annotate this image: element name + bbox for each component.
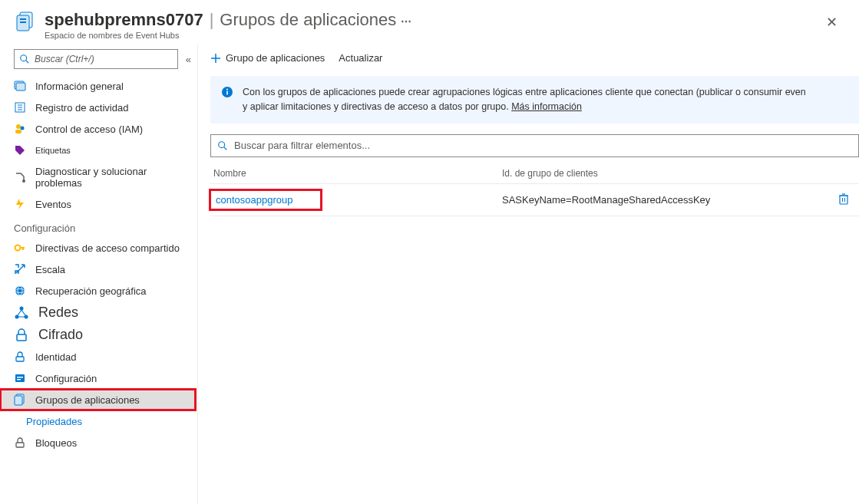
eventhub-namespace-icon xyxy=(15,11,37,32)
column-name[interactable]: Nombre xyxy=(210,168,502,179)
sidebar-item-properties[interactable]: Propiedades xyxy=(0,410,196,432)
sidebar-item-encryption[interactable]: Cifrado xyxy=(0,324,196,346)
title-more-icon[interactable]: ⋯ xyxy=(401,16,412,28)
svg-point-37 xyxy=(226,89,228,91)
tags-icon xyxy=(14,144,26,156)
sidebar-item-label: Propiedades xyxy=(26,416,82,427)
sidebar-item-label: Control de acceso (IAM) xyxy=(35,124,143,135)
add-app-group-button[interactable]: Grupo de aplicaciones xyxy=(210,52,325,64)
sidebar-item-label: Redes xyxy=(38,305,78,321)
svg-marker-16 xyxy=(16,199,24,209)
identity-icon xyxy=(14,351,26,363)
app-groups-table: Nombre Id. de grupo de clientes contosoa… xyxy=(210,163,859,216)
svg-rect-27 xyxy=(15,374,25,382)
sidebar-item-tags[interactable]: Etiquetas xyxy=(0,140,196,161)
sidebar-item-label: Identidad xyxy=(35,351,77,363)
sidebar-item-label: Registro de actividad xyxy=(35,102,128,114)
svg-rect-7 xyxy=(16,83,25,91)
info-text-line1: Con los grupos de aplicaciones puede cre… xyxy=(243,87,806,97)
sidebar-item-locks[interactable]: Bloqueos xyxy=(0,432,196,453)
toolbar-add-label: Grupo de aplicaciones xyxy=(226,52,325,64)
sidebar-item-label: Grupos de aplicaciones xyxy=(35,394,140,406)
resource-title: spehubpremns0707 xyxy=(45,11,203,29)
collapse-sidebar-icon[interactable]: « xyxy=(186,54,191,65)
svg-rect-32 xyxy=(16,443,24,447)
sidebar-item-label: Recuperación geográfica xyxy=(35,285,147,297)
sidebar-search-input[interactable]: Buscar (Ctrl+/) xyxy=(14,49,178,69)
config-icon xyxy=(14,372,26,384)
app-groups-icon xyxy=(14,394,26,406)
svg-point-12 xyxy=(16,124,21,129)
svg-point-38 xyxy=(219,141,225,147)
network-icon xyxy=(14,305,29,321)
svg-line-5 xyxy=(26,61,29,64)
sidebar-item-shared-access[interactable]: Directivas de acceso compartido xyxy=(0,237,196,259)
svg-rect-36 xyxy=(226,91,228,95)
svg-rect-29 xyxy=(17,379,21,380)
lock-small-icon xyxy=(14,436,26,449)
sidebar-item-networks[interactable]: Redes xyxy=(0,301,196,324)
overview-icon xyxy=(14,80,26,92)
filter-placeholder: Buscar para filtrar elementos... xyxy=(234,140,370,151)
client-group-id: SASKeyName=RootManageSharedAccessKey xyxy=(502,194,828,206)
refresh-button[interactable]: Actualizar xyxy=(339,52,382,64)
delete-row-button[interactable] xyxy=(838,196,849,207)
sidebar-item-label: Directivas de acceso compartido xyxy=(35,242,180,254)
access-control-icon xyxy=(14,123,26,135)
sidebar-item-label: Escala xyxy=(35,264,65,275)
globe-icon xyxy=(14,285,26,297)
search-icon xyxy=(217,140,228,151)
sidebar-item-label: Configuración xyxy=(35,373,97,384)
scale-icon xyxy=(14,263,26,275)
filter-input[interactable]: Buscar para filtrar elementos... xyxy=(210,134,859,157)
svg-point-23 xyxy=(15,315,19,318)
svg-point-15 xyxy=(22,180,25,183)
sidebar-item-access-control[interactable]: Control de acceso (IAM) xyxy=(0,118,196,140)
page-header: spehubpremns0707 | Grupos de aplicacione… xyxy=(0,0,859,44)
svg-rect-14 xyxy=(15,130,21,133)
sidebar-item-label: Cifrado xyxy=(38,327,83,343)
sidebar-nav: Información general Registro de activida… xyxy=(0,75,197,504)
svg-rect-31 xyxy=(15,396,22,405)
sidebar-item-overview[interactable]: Información general xyxy=(0,75,196,97)
toolbar: Grupo de aplicaciones Actualizar xyxy=(198,44,859,71)
svg-rect-40 xyxy=(840,196,847,204)
diagnose-icon xyxy=(14,171,26,183)
sidebar-item-scale[interactable]: Escala xyxy=(0,259,196,280)
column-client-id[interactable]: Id. de grupo de clientes xyxy=(502,168,828,179)
table-header: Nombre Id. de grupo de clientes xyxy=(210,163,859,184)
info-more-link[interactable]: Más información xyxy=(511,101,582,112)
sidebar: Buscar (Ctrl+/) « Información general Re… xyxy=(0,44,198,504)
blade-title: Grupos de aplicaciones xyxy=(220,11,396,29)
svg-point-4 xyxy=(21,55,27,61)
events-icon xyxy=(14,198,26,210)
sidebar-item-label: Bloqueos xyxy=(35,437,77,449)
info-text-line2: y aplicar limitaciones y directivas de a… xyxy=(243,101,511,112)
sidebar-item-label: Diagnosticar y solucionar problemas xyxy=(35,166,188,189)
sidebar-item-configuration[interactable]: Configuración xyxy=(0,367,196,389)
sidebar-item-geo-recovery[interactable]: Recuperación geográfica xyxy=(0,280,196,301)
sidebar-section-configuration: Configuración xyxy=(0,215,196,237)
info-banner: Con los grupos de aplicaciones puede cre… xyxy=(210,76,859,124)
svg-rect-2 xyxy=(20,18,26,20)
svg-point-20 xyxy=(15,286,25,295)
svg-line-39 xyxy=(224,147,227,150)
close-button[interactable]: ✕ xyxy=(823,11,841,34)
svg-point-22 xyxy=(20,306,24,310)
sidebar-item-diagnose[interactable]: Diagnosticar y solucionar problemas xyxy=(0,161,196,193)
svg-point-17 xyxy=(15,245,21,251)
sidebar-item-label: Eventos xyxy=(35,199,71,210)
svg-rect-3 xyxy=(20,21,26,23)
sidebar-item-label: Información general xyxy=(35,81,124,92)
info-icon xyxy=(221,86,233,98)
sidebar-item-activity-log[interactable]: Registro de actividad xyxy=(0,97,196,118)
sidebar-item-events[interactable]: Eventos xyxy=(0,193,196,215)
sidebar-item-identity[interactable]: Identidad xyxy=(0,346,196,367)
sidebar-item-app-groups[interactable]: Grupos de aplicaciones xyxy=(0,389,196,410)
sidebar-item-label: Etiquetas xyxy=(35,146,71,155)
properties-icon xyxy=(14,415,26,427)
toolbar-refresh-label: Actualizar xyxy=(339,52,382,64)
app-group-link[interactable]: contosoappgroup xyxy=(216,194,292,206)
activity-log-icon xyxy=(14,101,26,114)
svg-point-24 xyxy=(25,315,28,318)
